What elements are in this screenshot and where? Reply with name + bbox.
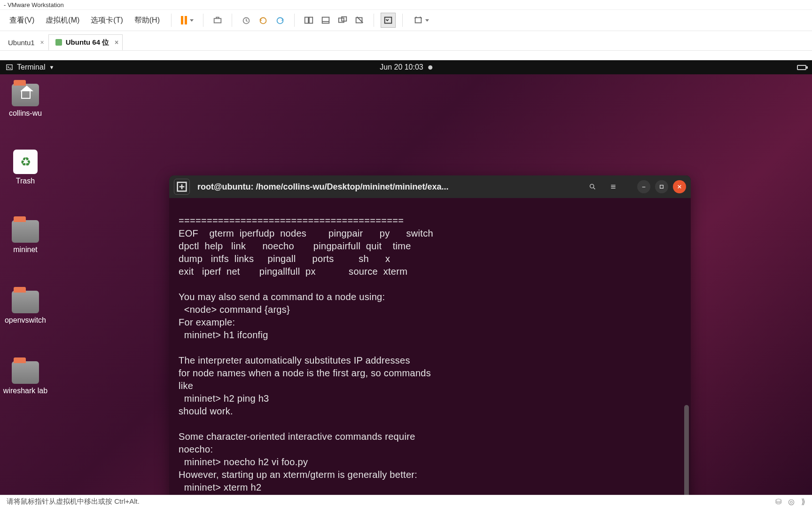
terminal-title: root@ubuntu: /home/collins-wu/Desktop/mi… bbox=[195, 182, 580, 192]
battery-icon[interactable] bbox=[797, 65, 806, 70]
hamburger-icon bbox=[609, 183, 617, 190]
svg-rect-24 bbox=[660, 185, 664, 189]
chevron-down-icon: ▼ bbox=[49, 64, 54, 70]
vmware-title: - VMware Workstation bbox=[4, 1, 64, 8]
minimize-icon bbox=[640, 183, 648, 190]
scrollbar[interactable] bbox=[684, 405, 689, 495]
unity-button[interactable] bbox=[352, 13, 367, 28]
pause-icon bbox=[181, 16, 187, 24]
send-ctrl-alt-del-button[interactable] bbox=[210, 13, 225, 28]
search-icon bbox=[589, 183, 596, 190]
multi-monitor-button[interactable] bbox=[335, 13, 350, 28]
new-tab-button[interactable] bbox=[174, 179, 190, 195]
vmware-titlebar: - VMware Workstation bbox=[0, 0, 812, 9]
svg-line-19 bbox=[593, 188, 595, 189]
folder-icon bbox=[12, 220, 39, 243]
icon-label: openvswitch bbox=[5, 316, 46, 325]
fullscreen-button[interactable] bbox=[409, 13, 433, 28]
folder-icon bbox=[12, 84, 39, 106]
desktop-icon-wireshark-lab[interactable]: wireshark lab bbox=[0, 361, 51, 395]
folder-icon bbox=[12, 291, 39, 313]
notification-dot-icon bbox=[428, 65, 432, 70]
status-devices[interactable]: ⛁ ◎ ⟫ bbox=[775, 497, 805, 506]
chevron-down-icon bbox=[190, 19, 194, 22]
folder-icon bbox=[12, 361, 39, 384]
pause-button[interactable] bbox=[178, 16, 196, 24]
vmware-menubar: 查看(V) 虚拟机(M) 选项卡(T) 帮助(H) bbox=[0, 9, 812, 31]
chevron-right-icon: ⟫ bbox=[801, 497, 805, 506]
maximize-icon bbox=[658, 183, 665, 190]
terminal-body[interactable]: ========================================… bbox=[169, 198, 691, 495]
svg-rect-13 bbox=[415, 18, 422, 23]
show-console-button[interactable] bbox=[301, 13, 316, 28]
desktop-icon-collins-wu[interactable]: collins-wu bbox=[0, 84, 51, 118]
quick-switch-button[interactable] bbox=[381, 13, 396, 28]
vm-tabbar: Ubuntu1 × Ubuntu 64 位 × bbox=[0, 31, 812, 51]
chevron-down-icon bbox=[425, 19, 429, 22]
single-window-button[interactable] bbox=[318, 13, 333, 28]
desktop[interactable]: collins-wu♻Trashmininetopenvswitchwiresh… bbox=[0, 74, 812, 495]
icon-label: collins-wu bbox=[9, 109, 42, 118]
tab-ubuntu64[interactable]: Ubuntu 64 位 × bbox=[48, 34, 123, 50]
close-icon[interactable]: × bbox=[40, 39, 44, 46]
terminal-window[interactable]: root@ubuntu: /home/collins-wu/Desktop/mi… bbox=[169, 175, 691, 495]
icon-label: wireshark lab bbox=[3, 387, 47, 395]
svg-rect-6 bbox=[322, 17, 329, 24]
cd-icon: ◎ bbox=[788, 497, 795, 506]
svg-rect-5 bbox=[309, 17, 312, 24]
gnome-topbar: Terminal ▼ Jun 20 10:03 bbox=[0, 60, 812, 74]
terminal-titlebar[interactable]: root@ubuntu: /home/collins-wu/Desktop/mi… bbox=[169, 175, 691, 198]
hamburger-menu-button[interactable] bbox=[605, 179, 621, 195]
icon-label: Trash bbox=[16, 177, 35, 185]
snapshot-manager-button[interactable] bbox=[273, 13, 288, 28]
menu-vm[interactable]: 虚拟机(M) bbox=[41, 14, 84, 27]
disk-icon: ⛁ bbox=[775, 497, 781, 506]
menu-view[interactable]: 查看(V) bbox=[5, 14, 39, 27]
gnome-clock[interactable]: Jun 20 10:03 bbox=[380, 63, 423, 71]
svg-rect-14 bbox=[7, 65, 12, 70]
snapshot-button[interactable] bbox=[239, 13, 254, 28]
terminal-output: ========================================… bbox=[179, 214, 681, 495]
close-icon[interactable]: × bbox=[115, 39, 118, 46]
svg-point-18 bbox=[590, 184, 594, 188]
desktop-icon-Trash[interactable]: ♻Trash bbox=[0, 150, 51, 185]
vmware-statusbar: 请将鼠标指针从虚拟机中移出或按 Ctrl+Alt. ⛁ ◎ ⟫ bbox=[0, 495, 812, 508]
revert-snapshot-button[interactable] bbox=[256, 13, 271, 28]
tab-ubuntu1[interactable]: Ubuntu1 × bbox=[1, 34, 48, 50]
desktop-icon-mininet[interactable]: mininet bbox=[0, 220, 51, 254]
menu-help[interactable]: 帮助(H) bbox=[130, 14, 164, 27]
terminal-icon bbox=[6, 64, 13, 71]
status-text: 请将鼠标指针从虚拟机中移出或按 Ctrl+Alt. bbox=[7, 497, 140, 506]
guest-display[interactable]: Terminal ▼ Jun 20 10:03 collins-wu♻Trash… bbox=[0, 60, 812, 495]
svg-rect-0 bbox=[214, 18, 221, 23]
new-tab-icon bbox=[174, 179, 189, 194]
close-icon bbox=[676, 183, 683, 190]
desktop-icon-openvswitch[interactable]: openvswitch bbox=[0, 291, 51, 325]
gnome-active-app[interactable]: Terminal bbox=[17, 63, 45, 71]
menu-tabs[interactable]: 选项卡(T) bbox=[86, 14, 127, 27]
maximize-button[interactable] bbox=[655, 180, 668, 193]
svg-rect-4 bbox=[305, 17, 308, 24]
trash-icon: ♻ bbox=[13, 150, 38, 174]
icon-label: mininet bbox=[13, 246, 38, 254]
vm-icon bbox=[55, 39, 62, 46]
close-button[interactable] bbox=[673, 180, 686, 193]
search-button[interactable] bbox=[585, 179, 601, 195]
minimize-button[interactable] bbox=[637, 180, 650, 193]
